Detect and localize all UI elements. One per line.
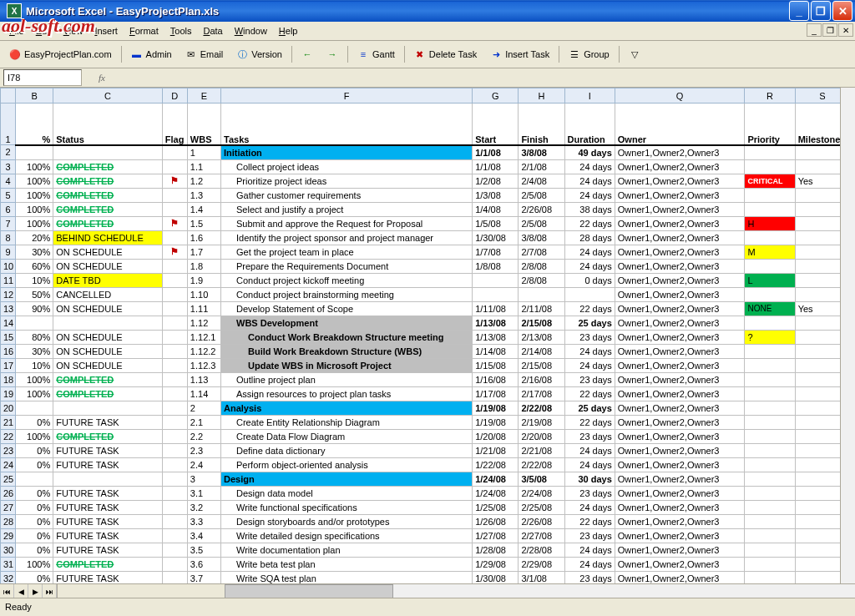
menu-data[interactable]: Data [197,24,228,38]
task-cell[interactable]: Prepare the Requirements Document [221,259,473,273]
status-cell[interactable] [53,145,163,160]
table-row[interactable]: 820%BEHIND SCHEDULE1.6Identify the proje… [1,230,850,245]
row-header-1[interactable]: 1 [1,104,16,145]
task-cell[interactable]: Build Work Breakdown Structure (WBS) [221,344,473,358]
priority-cell[interactable] [745,358,795,372]
priority-cell[interactable] [745,344,795,358]
table-row[interactable]: 6100%COMPLETED1.4Select and justify a pr… [1,202,850,216]
status-cell[interactable]: COMPLETED [53,188,163,202]
sheet-tab-nav[interactable]: ⏮ ◀ ▶ ⏭ [0,584,58,598]
status-cell[interactable]: COMPLETED [53,372,163,386]
status-cell[interactable]: ON SCHEDULE [53,330,163,344]
status-cell[interactable]: ON SCHEDULE [53,245,163,259]
table-row[interactable]: 240%FUTURE TASK2.4Perform object-oriente… [1,457,850,472]
flag-cell[interactable] [162,316,187,330]
row-header-31[interactable]: 31 [1,557,16,571]
table-row[interactable]: 18100%COMPLETED1.13Outline project plan1… [1,372,850,386]
col-header-C[interactable]: C [53,88,163,104]
task-cell[interactable]: Initiation [221,145,473,160]
row-header-5[interactable]: 5 [1,188,16,202]
epp-link[interactable]: 🔴EasyProjectPlan.com [3,44,118,64]
flag-cell[interactable] [162,415,187,429]
task-cell[interactable]: WBS Development [221,316,473,330]
task-cell[interactable]: Write documentation plan [221,543,473,557]
col-header-B[interactable]: B [16,88,53,104]
col-header-D[interactable]: D [162,88,187,104]
admin-button[interactable]: ▬Admin [125,44,178,64]
status-cell[interactable]: ON SCHEDULE [53,301,163,316]
flag-cell[interactable]: ⚑ [162,216,187,230]
task-cell[interactable]: Create Entity Relationship Diagram [221,415,473,429]
table-row[interactable]: 300%FUTURE TASK3.5Write documentation pl… [1,543,850,557]
table-row[interactable]: 7100%COMPLETED⚑1.5Submit and approve the… [1,216,850,230]
task-cell[interactable]: Design data model [221,486,473,500]
row-header-30[interactable]: 30 [1,543,16,557]
flag-cell[interactable] [162,145,187,160]
row-header-23[interactable]: 23 [1,443,16,457]
priority-cell[interactable] [745,472,795,486]
flag-cell[interactable] [162,386,187,401]
priority-cell[interactable] [745,287,795,301]
group-button[interactable]: ☰Group [563,44,615,64]
table-row[interactable]: 141.12WBS Development1/13/082/15/0825 da… [1,316,850,330]
row-header-14[interactable]: 14 [1,316,16,330]
table-row[interactable]: 4100%COMPLETED⚑1.2Prioritize project ide… [1,174,850,188]
table-row[interactable]: 202Analysis1/19/082/22/0825 daysOwner1,O… [1,401,850,415]
priority-cell[interactable] [745,557,795,571]
task-cell[interactable]: Develop Statement of Scope [221,301,473,316]
task-cell[interactable]: Update WBS in Microsoft Project [221,358,473,372]
menu-view[interactable]: View [58,24,89,38]
row-header-2[interactable]: 2 [1,145,16,160]
table-row[interactable]: 253Design1/24/083/5/0830 daysOwner1,Owne… [1,472,850,486]
status-cell[interactable]: ON SCHEDULE [53,259,163,273]
priority-cell[interactable]: L [745,273,795,287]
flag-cell[interactable] [162,472,187,486]
priority-cell[interactable] [745,145,795,160]
task-cell[interactable]: Analysis [221,401,473,415]
table-row[interactable]: 260%FUTURE TASK3.1Design data model1/24/… [1,486,850,500]
col-header-G[interactable]: G [473,88,519,104]
priority-cell[interactable] [745,386,795,401]
flag-cell[interactable] [162,514,187,528]
status-cell[interactable]: FUTURE TASK [53,457,163,472]
flag-cell[interactable] [162,457,187,472]
vertical-scrollbar[interactable] [840,88,855,584]
select-all-cell[interactable] [1,88,16,104]
hdr-status[interactable]: Status [53,104,163,145]
col-header-H[interactable]: H [519,88,564,104]
hdr-pct[interactable]: % [16,104,53,145]
task-cell[interactable]: Outline project plan [221,372,473,386]
minimize-button[interactable]: _ [789,1,809,21]
flag-cell[interactable] [162,230,187,245]
hdr-wbs[interactable]: WBS [187,104,220,145]
flag-cell[interactable] [162,188,187,202]
menu-help[interactable]: Help [273,24,304,38]
row-header-28[interactable]: 28 [1,514,16,528]
priority-cell[interactable]: H [745,216,795,230]
status-cell[interactable] [53,401,163,415]
priority-cell[interactable] [745,528,795,543]
status-cell[interactable]: FUTURE TASK [53,486,163,500]
table-row[interactable]: 930%ON SCHEDULE⚑1.7Get the project team … [1,245,850,259]
row-header-17[interactable]: 17 [1,358,16,372]
status-cell[interactable] [53,316,163,330]
status-cell[interactable]: FUTURE TASK [53,500,163,514]
horizontal-scrollbar[interactable] [225,584,855,598]
task-cell[interactable]: Conduct project kickoff meeting [221,273,473,287]
row-header-3[interactable]: 3 [1,159,16,174]
task-cell[interactable]: Submit and approve the Request for Propo… [221,216,473,230]
status-cell[interactable]: COMPLETED [53,429,163,443]
row-header-6[interactable]: 6 [1,202,16,216]
hdr-tasks[interactable]: Version 1Tasks [221,104,473,145]
priority-cell[interactable] [745,202,795,216]
status-cell[interactable]: COMPLETED [53,159,163,174]
flag-cell[interactable] [162,557,187,571]
task-cell[interactable]: Write detailed design specifications [221,528,473,543]
flag-cell[interactable] [162,443,187,457]
task-cell[interactable]: Assign resources to project plan tasks [221,386,473,401]
task-cell[interactable]: Gather customer requirements [221,188,473,202]
menu-window[interactable]: Window [229,24,273,38]
hdr-finish[interactable]: Finish [519,104,564,145]
forward-button[interactable]: → [321,44,344,64]
status-cell[interactable]: FUTURE TASK [53,514,163,528]
